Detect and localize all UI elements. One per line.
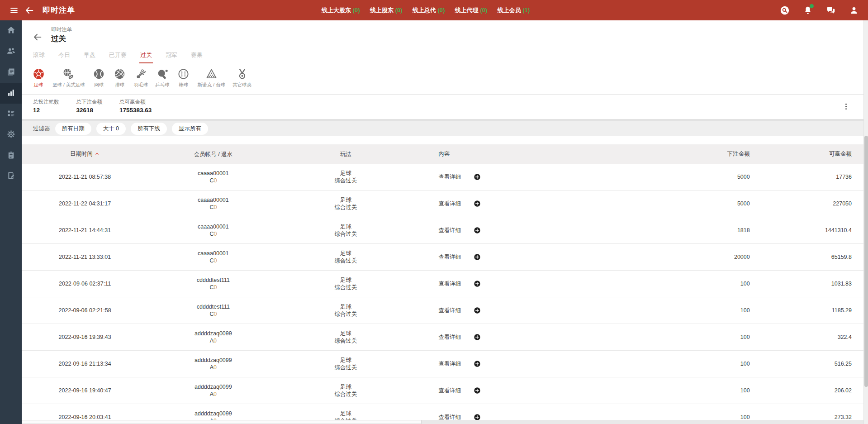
cell-account: addddzaq0099A0: [148, 357, 278, 371]
expand-detail-plus-icon[interactable]: [474, 360, 481, 367]
other-medal-icon: [236, 68, 248, 80]
online-counts-nav: 线上大股东(0)线上股东(0)线上总代(0)线上代理(0)线上会员(1): [322, 6, 530, 14]
page-back-icon[interactable]: [30, 29, 45, 45]
chat-icon[interactable]: [823, 3, 839, 18]
sport-other[interactable]: 其它球类: [229, 68, 255, 88]
col-header-account[interactable]: 会员帐号 / 退水: [148, 151, 278, 158]
appbar-nav-item-4[interactable]: 线上会员(1): [497, 6, 530, 14]
appbar-nav-item-0[interactable]: 线上大股东(0): [322, 6, 360, 14]
filter-chip-2[interactable]: 所有下线: [131, 123, 167, 135]
sidebar-item-news[interactable]: [0, 62, 22, 83]
cell-account: cddddtest111C0: [148, 276, 278, 291]
notification-dot: [810, 4, 814, 8]
sport-basketball[interactable]: 篮球 / 美式足球: [49, 68, 89, 88]
appbar-nav-item-3[interactable]: 线上代理(0): [455, 6, 488, 14]
expand-detail-plus-icon[interactable]: [474, 173, 481, 181]
appbar-nav-item-1[interactable]: 线上股东(0): [370, 6, 403, 14]
play-sport: 足球: [279, 330, 413, 337]
sidebar-item-clipboard[interactable]: [0, 145, 22, 166]
user-icon[interactable]: [846, 3, 862, 18]
account-rebate: A0: [148, 391, 278, 398]
expand-detail-plus-icon[interactable]: [474, 280, 481, 287]
page-header: 即时注单 过关: [30, 26, 863, 45]
cell-bet-amount: 100: [582, 281, 750, 287]
sidebar-item-checklist[interactable]: [0, 104, 22, 124]
sport-snooker[interactable]: 斯诺克 / 台球: [194, 68, 229, 88]
sport-badminton[interactable]: 羽毛球: [130, 68, 152, 88]
account-name: addddzaq0099: [148, 330, 278, 337]
sport-baseball[interactable]: 棒球: [173, 68, 194, 88]
cell-win-amount: 1031.83: [750, 281, 863, 287]
tab-parlay[interactable]: 过关: [133, 48, 159, 63]
sport-label: 乒乓球: [155, 82, 170, 88]
checklist-icon: [6, 109, 16, 120]
cell-win-amount: 17736: [750, 174, 863, 180]
col-header-win-amount[interactable]: 可赢金额: [750, 150, 863, 158]
filter-chip-0[interactable]: 所有日期: [55, 123, 91, 135]
view-detail-link[interactable]: 查看详细: [438, 387, 461, 395]
vertical-scrollbar[interactable]: [863, 20, 868, 424]
sidebar-item-members[interactable]: [0, 41, 22, 62]
sidebar-item-notes-edit[interactable]: [0, 166, 22, 187]
col-header-bet-amount[interactable]: 下注金额: [582, 150, 750, 158]
rebate-value: 0: [213, 364, 217, 371]
account-rebate: C0: [148, 177, 278, 184]
appbar-nav-count: (0): [480, 7, 488, 14]
col-header-play[interactable]: 玩法: [279, 151, 413, 158]
table-row: 2022-09-06 02:37:11cddddtest111C0足球综合过关查…: [22, 271, 863, 297]
sport-soccer[interactable]: 足球: [28, 68, 49, 88]
tab-early[interactable]: 早盘: [77, 48, 102, 63]
appbar-nav-item-2[interactable]: 线上总代(0): [413, 6, 445, 14]
sport-pingpong[interactable]: 乒乓球: [152, 68, 173, 88]
cell-bet-amount: 100: [582, 387, 750, 394]
tab-started[interactable]: 已开赛: [102, 48, 133, 63]
horizontal-scrollbar[interactable]: [22, 420, 863, 424]
appbar-back-icon[interactable]: [22, 3, 37, 18]
settings-gear-icon: [6, 129, 16, 141]
sidebar-item-home[interactable]: [0, 20, 22, 41]
sport-filter-row: 足球篮球 / 美式足球网球排球羽毛球乒乓球棒球斯诺克 / 台球其它球类: [28, 68, 863, 88]
expand-detail-plus-icon[interactable]: [474, 253, 481, 261]
tab-today[interactable]: 今日: [52, 48, 77, 63]
sport-tennis[interactable]: 网球: [89, 68, 109, 88]
cell-account: caaaa00001C0: [148, 196, 278, 211]
table-header-row: 日期时间 会员帐号 / 退水 玩法 内容 下注金额 可赢金额: [22, 144, 863, 164]
view-detail-link[interactable]: 查看详细: [438, 333, 461, 341]
view-detail-link[interactable]: 查看详细: [438, 307, 461, 314]
tab-results[interactable]: 赛果: [184, 48, 209, 63]
expand-detail-plus-icon[interactable]: [474, 387, 481, 394]
view-detail-link[interactable]: 查看详细: [438, 280, 461, 288]
view-detail-link[interactable]: 查看详细: [438, 173, 461, 181]
cell-datetime: 2022-11-21 13:33:01: [22, 254, 148, 260]
tab-champion[interactable]: 冠军: [159, 48, 184, 63]
baseball-icon: [177, 68, 190, 80]
more-options-kebab-icon[interactable]: [838, 99, 854, 114]
expand-detail-plus-icon[interactable]: [474, 227, 481, 234]
sidebar-item-reports-chart[interactable]: [0, 83, 22, 104]
view-detail-link[interactable]: 查看详细: [438, 360, 461, 368]
view-detail-link[interactable]: 查看详细: [438, 253, 461, 261]
view-detail-link[interactable]: 查看详细: [438, 200, 461, 208]
menu-hamburger-icon[interactable]: [6, 3, 22, 18]
filter-chip-1[interactable]: 大于 0: [96, 123, 126, 135]
horizontal-scrollbar-thumb[interactable]: [22, 420, 422, 424]
search-icon[interactable]: [777, 3, 792, 18]
sidebar-item-settings-gear[interactable]: [0, 124, 22, 145]
col-header-datetime[interactable]: 日期时间: [22, 150, 148, 158]
vertical-scrollbar-thumb[interactable]: [864, 136, 868, 387]
play-type: 综合过关: [279, 310, 413, 318]
sport-volleyball[interactable]: 排球: [109, 68, 130, 88]
rebate-value: 0: [213, 257, 217, 264]
view-detail-link[interactable]: 查看详细: [438, 227, 461, 234]
expand-detail-plus-icon[interactable]: [474, 333, 481, 341]
filter-chip-3[interactable]: 显示所有: [172, 123, 208, 135]
tab-rolling[interactable]: 滚球: [26, 48, 52, 63]
stat-total-bet-amount: 总下注金额 32618: [76, 99, 103, 114]
expand-detail-plus-icon[interactable]: [474, 200, 481, 207]
volleyball-icon: [114, 68, 126, 80]
cell-win-amount: 273.32: [750, 414, 863, 420]
stat-total-winnable-amount: 总可赢金额 1755383.63: [119, 99, 152, 114]
filter-bar: 过滤器 所有日期大于 0所有下线显示所有: [22, 119, 863, 136]
col-header-content[interactable]: 内容: [413, 150, 581, 158]
expand-detail-plus-icon[interactable]: [474, 307, 481, 314]
